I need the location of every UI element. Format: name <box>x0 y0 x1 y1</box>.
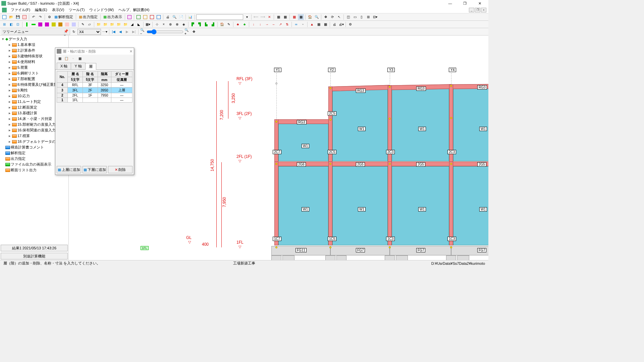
tb-close[interactable] <box>21 14 28 20</box>
t2-grid[interactable]: ▦▾ <box>145 21 151 27</box>
t2-g3[interactable]: ▙ <box>203 21 209 27</box>
tab-layer[interactable]: 層 <box>85 63 96 70</box>
t2-r1[interactable]: ♣ <box>235 21 241 27</box>
t2-r2[interactable]: ♣ <box>241 21 248 27</box>
table-row[interactable]: 4RFL3F3250— <box>57 83 132 87</box>
dlg-tb4[interactable]: ▦ <box>77 55 83 61</box>
tb-w5[interactable]: ⊟▾ <box>372 14 378 20</box>
tb-output-settings[interactable]: ▦出力指定 <box>77 14 99 20</box>
tb-b3[interactable] <box>149 14 155 20</box>
t2-ar3[interactable]: → <box>264 21 270 27</box>
tb-rotate[interactable]: ⟳ <box>329 14 335 20</box>
t2-g4[interactable]: ▟ <box>210 21 216 27</box>
axis-combo[interactable]: X4 <box>77 29 101 35</box>
t2-ar5[interactable]: ↗ <box>277 21 283 27</box>
t2-p2[interactable]: × <box>161 21 167 27</box>
dlg-tb2[interactable]: 📋 <box>63 55 69 61</box>
menu-tool[interactable]: ツール(T) <box>67 7 87 13</box>
t2-f5[interactable]: 📁 <box>122 21 128 27</box>
tb-new[interactable] <box>1 14 7 20</box>
maximize-button[interactable]: ❐ <box>458 0 472 7</box>
t2-h1[interactable]: 🏠 <box>219 21 225 27</box>
t2-g2[interactable]: ▜ <box>197 21 203 27</box>
result-button-1[interactable]: 結果1 2021/05/13 17:43:26 <box>1 245 68 251</box>
table-row[interactable]: 22FL1F7950— <box>57 93 132 98</box>
t2-c[interactable]: ⊡ <box>15 21 21 27</box>
t2-set[interactable]: ⚙ <box>347 21 353 27</box>
dlg-tb3[interactable]: ▫ <box>70 55 76 61</box>
t2-4[interactable] <box>44 21 50 27</box>
t2-f6[interactable]: ◢ <box>129 21 135 27</box>
delete-button[interactable]: ✕削除 <box>108 166 132 173</box>
tb-open[interactable]: 📂 <box>8 14 14 20</box>
t2-ar2[interactable]: ↓ <box>257 21 263 27</box>
menu-file[interactable]: ファイル(F) <box>9 7 32 13</box>
nav-next[interactable]: ▶ <box>124 29 130 35</box>
table-row[interactable]: 33FL2F3950上層 <box>57 87 132 93</box>
t2-f3[interactable]: 📁 <box>109 21 115 27</box>
mdi-close[interactable]: × <box>481 8 486 12</box>
tb-home[interactable]: 🏠 <box>307 14 313 20</box>
t2-m2[interactable]: ▦ <box>322 21 328 27</box>
t2-a[interactable]: ⊞ <box>1 21 7 27</box>
nav-refresh[interactable]: ↻ <box>71 29 77 35</box>
t2-p4[interactable]: ⊗ <box>174 21 180 27</box>
tb-zoom[interactable]: 🔍 <box>314 14 320 20</box>
t2-p3[interactable]: ⊕ <box>167 21 173 27</box>
close-button[interactable]: ✕ <box>472 0 487 7</box>
t2-g1[interactable]: ▛ <box>190 21 196 27</box>
add-upper-button[interactable]: ▦上層に追加 <box>57 166 81 173</box>
tb-save[interactable]: 💾 <box>15 14 21 20</box>
tb-v2[interactable]: ▦ <box>282 14 288 20</box>
dlg-tb1[interactable]: ▦ <box>57 55 63 61</box>
t2-ar1[interactable]: ↓ <box>251 21 257 27</box>
tb-v1[interactable]: ▦ <box>275 14 281 20</box>
tree-pin-icon[interactable]: 📌 × <box>64 29 68 34</box>
tb-grid1[interactable]: ▦ <box>291 14 297 20</box>
tb-w2[interactable]: ▭ <box>352 14 358 20</box>
tree-item[interactable]: ▸1.基本事項 <box>1 42 68 48</box>
t2-p1[interactable]: ⊹ <box>154 21 160 27</box>
tb-export[interactable]: 📄 <box>178 14 184 20</box>
tb-w4[interactable]: ⊞ <box>365 14 371 20</box>
t2-ar6[interactable]: ⇅ <box>284 21 290 27</box>
tb-move[interactable]: ✥ <box>323 14 329 20</box>
tb-analysis-settings[interactable]: ▦解析指定 <box>53 14 74 20</box>
t2-m1[interactable]: ▦ <box>316 21 322 27</box>
t2-inf[interactable]: ∞ <box>293 21 299 27</box>
tb-nav1[interactable]: ⟵ <box>253 14 259 20</box>
tb-chart[interactable]: 📊 <box>187 14 193 20</box>
tb-search-go[interactable]: ▾ <box>244 14 250 20</box>
t2-p5[interactable]: ◈ <box>181 21 187 27</box>
minimize-button[interactable]: — <box>443 0 458 7</box>
mdi-minimize[interactable]: _ <box>469 8 474 12</box>
tb-analysis-icon[interactable]: ⚙ <box>46 14 52 20</box>
tb-w3[interactable]: ▯ <box>359 14 365 20</box>
tb-nav3[interactable]: ✕ <box>266 14 272 20</box>
add-lower-button[interactable]: ▦下層に追加 <box>83 166 107 173</box>
tb-b4[interactable] <box>156 14 162 20</box>
tab-y-axis[interactable]: Y 軸 <box>71 63 85 69</box>
t2-1[interactable] <box>24 21 30 27</box>
tab-x-axis[interactable]: X 軸 <box>57 63 71 69</box>
t2-7[interactable] <box>64 21 70 27</box>
nav-mode[interactable]: ⋯▾ <box>102 29 108 35</box>
t2-pr2[interactable]: 🖨▾ <box>338 21 344 27</box>
dialog-close[interactable]: ✕ <box>129 49 132 54</box>
t2-pen[interactable]: ✎ <box>80 21 86 27</box>
result-button-2[interactable]: 別途計算機能 <box>1 253 68 259</box>
t2-f7[interactable]: ◣ <box>136 21 142 27</box>
tb-output-display[interactable]: ▦出力表示 <box>102 14 123 20</box>
tb-preview[interactable]: 🔍 <box>171 14 177 20</box>
tb-b2[interactable] <box>142 14 148 20</box>
t2-3[interactable] <box>37 21 43 27</box>
nav-first[interactable]: |◀ <box>111 29 117 35</box>
menu-window[interactable]: ウィンドウ(W) <box>87 7 116 13</box>
mdi-restore[interactable]: ❐ <box>475 8 480 12</box>
t2-6[interactable] <box>57 21 63 27</box>
menu-view[interactable]: 表示(V) <box>50 7 66 13</box>
tree-root[interactable]: ▾◆データ入力 <box>1 36 68 42</box>
tb-print[interactable]: 🖨 <box>165 14 171 20</box>
t2-b[interactable]: ◧ <box>8 21 14 27</box>
zoom-fit[interactable]: ✥ <box>191 29 197 35</box>
